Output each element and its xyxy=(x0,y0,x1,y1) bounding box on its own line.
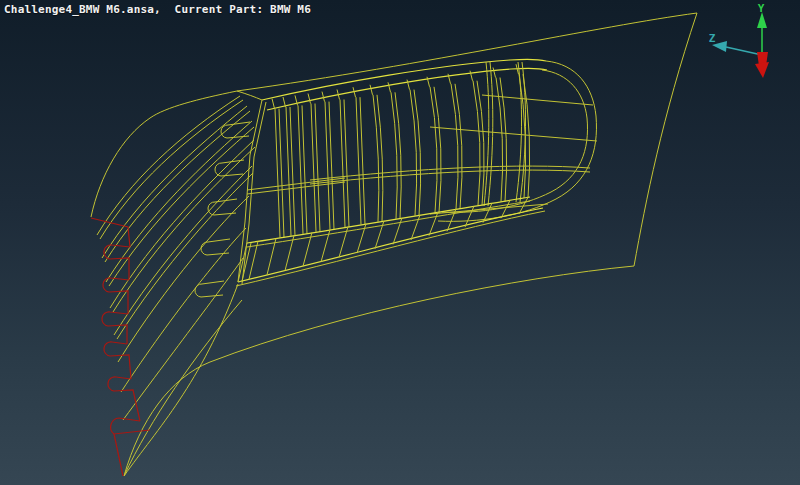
flange-red xyxy=(91,218,150,476)
z-axis-label: Z xyxy=(709,32,716,45)
louver-arcs xyxy=(97,96,255,476)
clip-tabs-yellow xyxy=(195,122,250,297)
rib-cage-bottom-band xyxy=(236,197,545,286)
orientation-triad: Y Z xyxy=(709,2,769,78)
z-axis-arrow xyxy=(726,47,762,55)
viewport-3d[interactable]: Challenge4_BMW M6.ansa, Current Part: BM… xyxy=(0,0,800,485)
rib-cage-ribs xyxy=(238,74,530,284)
y-axis-label: Y xyxy=(758,2,765,15)
wireframe-canvas[interactable]: Y Z xyxy=(0,0,800,485)
panel-outline xyxy=(91,13,697,476)
rib-cage-top-band xyxy=(262,59,547,110)
x-axis-arrow xyxy=(755,52,769,78)
